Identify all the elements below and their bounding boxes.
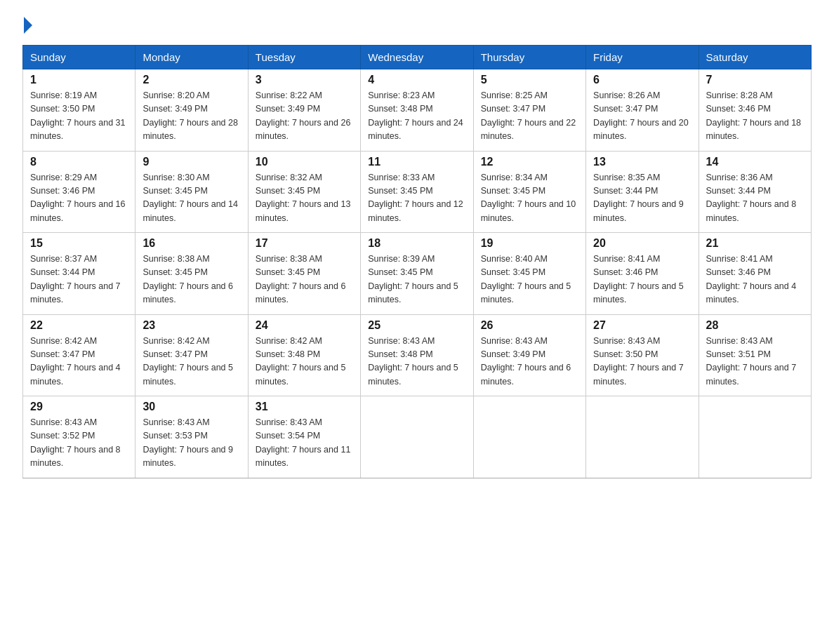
day-info: Sunrise: 8:40 AMSunset: 3:45 PMDaylight:… (481, 253, 578, 307)
calendar-day-cell: 12Sunrise: 8:34 AMSunset: 3:45 PMDayligh… (473, 151, 585, 233)
day-number: 24 (256, 319, 353, 332)
day-number: 4 (368, 74, 465, 86)
calendar-week-row: 22Sunrise: 8:42 AMSunset: 3:47 PMDayligh… (23, 314, 812, 396)
day-number: 20 (593, 237, 691, 250)
empty-cell (586, 396, 699, 478)
day-info: Sunrise: 8:43 AMSunset: 3:50 PMDaylight:… (593, 335, 691, 389)
day-info: Sunrise: 8:41 AMSunset: 3:46 PMDaylight:… (593, 253, 691, 307)
day-info: Sunrise: 8:41 AMSunset: 3:46 PMDaylight:… (706, 253, 804, 307)
day-info: Sunrise: 8:20 AMSunset: 3:49 PMDaylight:… (143, 89, 240, 144)
day-info: Sunrise: 8:22 AMSunset: 3:49 PMDaylight:… (256, 89, 353, 144)
day-number: 22 (30, 319, 128, 332)
day-info: Sunrise: 8:39 AMSunset: 3:45 PMDaylight:… (368, 253, 465, 307)
calendar-header-row: SundayMondayTuesdayWednesdayThursdayFrid… (23, 46, 812, 69)
day-info: Sunrise: 8:43 AMSunset: 3:53 PMDaylight:… (143, 416, 240, 471)
day-info: Sunrise: 8:43 AMSunset: 3:52 PMDaylight:… (30, 416, 128, 471)
day-info: Sunrise: 8:29 AMSunset: 3:46 PMDaylight:… (30, 171, 128, 226)
day-number: 23 (143, 319, 240, 332)
calendar-day-cell: 25Sunrise: 8:43 AMSunset: 3:48 PMDayligh… (361, 314, 473, 396)
header-sunday: Sunday (23, 46, 135, 69)
calendar-day-cell: 6Sunrise: 8:26 AMSunset: 3:47 PMDaylight… (586, 69, 699, 152)
day-info: Sunrise: 8:42 AMSunset: 3:47 PMDaylight:… (143, 335, 240, 389)
header-tuesday: Tuesday (248, 46, 360, 69)
day-info: Sunrise: 8:32 AMSunset: 3:45 PMDaylight:… (256, 171, 353, 226)
day-info: Sunrise: 8:38 AMSunset: 3:45 PMDaylight:… (143, 253, 240, 307)
day-info: Sunrise: 8:30 AMSunset: 3:45 PMDaylight:… (143, 171, 240, 226)
calendar-week-row: 8Sunrise: 8:29 AMSunset: 3:46 PMDaylight… (23, 151, 812, 233)
day-number: 21 (706, 237, 804, 250)
day-info: Sunrise: 8:19 AMSunset: 3:50 PMDaylight:… (30, 89, 128, 144)
day-number: 17 (256, 237, 353, 250)
calendar-day-cell: 21Sunrise: 8:41 AMSunset: 3:46 PMDayligh… (699, 233, 811, 315)
day-number: 5 (481, 74, 578, 86)
day-number: 11 (368, 156, 465, 168)
day-number: 8 (30, 156, 128, 168)
day-number: 9 (143, 156, 240, 168)
calendar-day-cell: 7Sunrise: 8:28 AMSunset: 3:46 PMDaylight… (699, 69, 811, 152)
header-friday: Friday (586, 46, 699, 69)
day-number: 6 (593, 74, 691, 86)
calendar-day-cell: 28Sunrise: 8:43 AMSunset: 3:51 PMDayligh… (699, 314, 811, 396)
day-number: 2 (143, 74, 240, 86)
calendar-day-cell: 10Sunrise: 8:32 AMSunset: 3:45 PMDayligh… (248, 151, 360, 233)
day-number: 15 (30, 237, 128, 250)
day-number: 26 (481, 319, 578, 332)
calendar-day-cell: 19Sunrise: 8:40 AMSunset: 3:45 PMDayligh… (473, 233, 585, 315)
logo-arrow-icon (24, 17, 32, 34)
day-number: 16 (143, 237, 240, 250)
day-number: 1 (30, 74, 128, 86)
day-info: Sunrise: 8:23 AMSunset: 3:48 PMDaylight:… (368, 89, 465, 144)
empty-cell (699, 396, 811, 478)
calendar-week-row: 1Sunrise: 8:19 AMSunset: 3:50 PMDaylight… (23, 69, 812, 152)
calendar-day-cell: 23Sunrise: 8:42 AMSunset: 3:47 PMDayligh… (135, 314, 248, 396)
day-number: 18 (368, 237, 465, 250)
calendar-day-cell: 22Sunrise: 8:42 AMSunset: 3:47 PMDayligh… (23, 314, 135, 396)
empty-cell (473, 396, 585, 478)
day-number: 25 (368, 319, 465, 332)
day-number: 10 (256, 156, 353, 168)
calendar-day-cell: 29Sunrise: 8:43 AMSunset: 3:52 PMDayligh… (23, 396, 135, 478)
day-number: 3 (256, 74, 353, 86)
day-number: 29 (30, 401, 128, 413)
day-number: 7 (706, 74, 804, 86)
calendar-day-cell: 15Sunrise: 8:37 AMSunset: 3:44 PMDayligh… (23, 233, 135, 315)
day-info: Sunrise: 8:42 AMSunset: 3:48 PMDaylight:… (256, 335, 353, 389)
day-number: 27 (593, 319, 691, 332)
day-number: 31 (256, 401, 353, 413)
calendar-day-cell: 9Sunrise: 8:30 AMSunset: 3:45 PMDaylight… (135, 151, 248, 233)
day-info: Sunrise: 8:37 AMSunset: 3:44 PMDaylight:… (30, 253, 128, 307)
calendar-day-cell: 16Sunrise: 8:38 AMSunset: 3:45 PMDayligh… (135, 233, 248, 315)
day-info: Sunrise: 8:34 AMSunset: 3:45 PMDaylight:… (481, 171, 578, 226)
calendar-week-row: 29Sunrise: 8:43 AMSunset: 3:52 PMDayligh… (23, 396, 812, 478)
calendar-day-cell: 14Sunrise: 8:36 AMSunset: 3:44 PMDayligh… (699, 151, 811, 233)
day-info: Sunrise: 8:43 AMSunset: 3:51 PMDaylight:… (706, 335, 804, 389)
day-info: Sunrise: 8:43 AMSunset: 3:49 PMDaylight:… (481, 335, 578, 389)
day-number: 28 (706, 319, 804, 332)
day-info: Sunrise: 8:43 AMSunset: 3:54 PMDaylight:… (256, 416, 353, 471)
day-info: Sunrise: 8:36 AMSunset: 3:44 PMDaylight:… (706, 171, 804, 226)
header-saturday: Saturday (699, 46, 811, 69)
day-number: 19 (481, 237, 578, 250)
page-header (22, 17, 812, 34)
empty-cell (361, 396, 473, 478)
calendar-day-cell: 8Sunrise: 8:29 AMSunset: 3:46 PMDaylight… (23, 151, 135, 233)
calendar-day-cell: 1Sunrise: 8:19 AMSunset: 3:50 PMDaylight… (23, 69, 135, 152)
calendar-table: SundayMondayTuesdayWednesdayThursdayFrid… (22, 45, 812, 478)
calendar-day-cell: 5Sunrise: 8:25 AMSunset: 3:47 PMDaylight… (473, 69, 585, 152)
calendar-day-cell: 31Sunrise: 8:43 AMSunset: 3:54 PMDayligh… (248, 396, 360, 478)
calendar-day-cell: 17Sunrise: 8:38 AMSunset: 3:45 PMDayligh… (248, 233, 360, 315)
calendar-day-cell: 30Sunrise: 8:43 AMSunset: 3:53 PMDayligh… (135, 396, 248, 478)
day-info: Sunrise: 8:42 AMSunset: 3:47 PMDaylight:… (30, 335, 128, 389)
day-info: Sunrise: 8:28 AMSunset: 3:46 PMDaylight:… (706, 89, 804, 144)
header-monday: Monday (135, 46, 248, 69)
header-thursday: Thursday (473, 46, 585, 69)
day-info: Sunrise: 8:38 AMSunset: 3:45 PMDaylight:… (256, 253, 353, 307)
calendar-day-cell: 20Sunrise: 8:41 AMSunset: 3:46 PMDayligh… (586, 233, 699, 315)
day-number: 30 (143, 401, 240, 413)
day-number: 13 (593, 156, 691, 168)
calendar-day-cell: 3Sunrise: 8:22 AMSunset: 3:49 PMDaylight… (248, 69, 360, 152)
calendar-day-cell: 18Sunrise: 8:39 AMSunset: 3:45 PMDayligh… (361, 233, 473, 315)
calendar-day-cell: 24Sunrise: 8:42 AMSunset: 3:48 PMDayligh… (248, 314, 360, 396)
calendar-day-cell: 4Sunrise: 8:23 AMSunset: 3:48 PMDaylight… (361, 69, 473, 152)
day-info: Sunrise: 8:26 AMSunset: 3:47 PMDaylight:… (593, 89, 691, 144)
